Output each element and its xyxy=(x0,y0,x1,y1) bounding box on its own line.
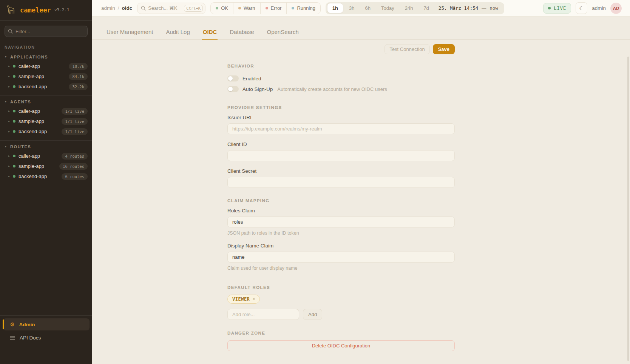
breadcrumb-parent[interactable]: admin xyxy=(101,5,115,11)
sidebar-item-api-docs[interactable]: API Docs xyxy=(3,332,90,343)
toggle-knob xyxy=(228,87,233,91)
sidebar-item-app-sample[interactable]: ▸ sample-app 84.1k xyxy=(0,71,92,81)
live-badge: 1/1 live xyxy=(62,128,88,135)
auto-signup-toggle[interactable] xyxy=(227,86,239,92)
time-range-6h[interactable]: 6h xyxy=(360,3,375,13)
search-icon xyxy=(8,29,13,34)
tab-database[interactable]: Database xyxy=(229,25,255,40)
routes-badge: 6 routes xyxy=(62,173,88,180)
status-filter-running[interactable]: Running xyxy=(286,3,320,14)
delete-oidc-button[interactable]: Delete OIDC Configuration xyxy=(227,340,455,351)
count-badge: 32.2k xyxy=(69,83,88,90)
nav-section-agents[interactable]: ▾ AGENTS xyxy=(0,97,92,106)
time-range-today[interactable]: Today xyxy=(376,3,399,13)
time-separator: — xyxy=(482,6,486,11)
time-range-display: 25. März 14:54 — now xyxy=(435,5,503,11)
time-range-7d[interactable]: 7d xyxy=(418,3,434,13)
breadcrumb: admin / oidc xyxy=(101,5,132,11)
sidebar-item-agent-sample[interactable]: ▸ sample-app 1/1 live xyxy=(0,116,92,126)
time-to: now xyxy=(489,5,498,11)
error-dot-icon xyxy=(266,7,268,9)
sidebar-nav: ▾ APPLICATIONS ▸ caller-app 10.7k ▸ samp… xyxy=(0,52,92,315)
chevron-down-icon: ▾ xyxy=(5,55,6,58)
filter-input[interactable] xyxy=(5,26,88,37)
live-dot-icon xyxy=(548,7,551,9)
health-dot-icon xyxy=(13,120,15,123)
health-dot-icon xyxy=(13,85,15,88)
chevron-right-icon: ▸ xyxy=(8,155,10,158)
breadcrumb-current: oidc xyxy=(122,5,132,11)
roles-claim-input[interactable] xyxy=(227,217,455,227)
sidebar-item-route-backend[interactable]: ▸ backend-app 6 routes xyxy=(0,171,92,181)
status-filter-ok[interactable]: OK xyxy=(211,3,233,14)
sidebar-item-route-sample[interactable]: ▸ sample-app 16 routes xyxy=(0,161,92,171)
field-issuer-uri: Issuer URI xyxy=(227,115,455,134)
tab-user-management[interactable]: User Management xyxy=(106,25,154,40)
time-range-24h[interactable]: 24h xyxy=(400,3,418,13)
auto-signup-hint: Automatically create accounts for new OI… xyxy=(277,86,387,92)
logo: cameleer v3.2.1 xyxy=(0,0,92,21)
remove-role-icon[interactable]: × xyxy=(252,296,255,302)
sidebar-footer: ⚙ Admin API Docs xyxy=(0,315,92,364)
add-role-row: Add xyxy=(227,309,455,320)
sidebar-item-route-caller[interactable]: ▸ caller-app 4 routes xyxy=(0,151,92,161)
chevron-right-icon: ▸ xyxy=(8,175,10,178)
tab-oidc[interactable]: OIDC xyxy=(202,25,218,40)
sidebar-item-agent-backend[interactable]: ▸ backend-app 1/1 live xyxy=(0,126,92,137)
chevron-right-icon: ▸ xyxy=(8,120,10,123)
warn-dot-icon xyxy=(238,7,241,9)
health-dot-icon xyxy=(13,175,15,178)
camel-logo-icon xyxy=(5,5,17,15)
scrollbar[interactable] xyxy=(627,57,629,361)
time-range-group: 1h 3h 6h Today 24h 7d 25. März 14:54 — n… xyxy=(326,2,504,14)
shortcut-badge: Ctrl+K xyxy=(184,5,203,12)
client-id-input[interactable] xyxy=(227,150,455,161)
divider xyxy=(0,140,92,141)
search-icon xyxy=(141,6,146,11)
enabled-toggle[interactable] xyxy=(227,75,239,81)
avatar[interactable]: AD xyxy=(610,3,622,14)
section-title-claims: CLAIM MAPPING xyxy=(227,198,455,203)
field-display-name-claim: Display Name Claim Claim used for user d… xyxy=(227,243,455,271)
issuer-uri-input[interactable] xyxy=(227,123,455,134)
sidebar-item-agent-caller[interactable]: ▸ caller-app 1/1 live xyxy=(0,106,92,116)
moon-icon: ☾ xyxy=(579,5,584,11)
chevron-right-icon: ▸ xyxy=(8,165,10,168)
time-range-1h[interactable]: 1h xyxy=(327,3,343,13)
tab-opensearch[interactable]: OpenSearch xyxy=(266,25,300,40)
live-toggle[interactable]: LIVE xyxy=(543,3,571,14)
routes-badge: 16 routes xyxy=(59,163,88,170)
sidebar: cameleer v3.2.1 NAVIGATION ▾ APPLICATION… xyxy=(0,0,92,364)
theme-toggle-button[interactable]: ☾ xyxy=(576,2,587,14)
main-area: admin / oidc Ctrl+K OK Warn Error xyxy=(92,0,630,364)
save-button[interactable]: Save xyxy=(433,44,455,54)
chevron-right-icon: ▸ xyxy=(8,75,10,78)
toggle-knob xyxy=(228,76,233,81)
chevron-right-icon: ▸ xyxy=(8,85,10,88)
nav-section-applications[interactable]: ▾ APPLICATIONS xyxy=(0,52,92,61)
routes-badge: 4 routes xyxy=(62,153,88,160)
status-filter-group: OK Warn Error Running xyxy=(210,2,321,14)
tab-audit-log[interactable]: Audit Log xyxy=(165,25,190,40)
global-search[interactable]: Ctrl+K xyxy=(137,3,205,14)
display-name-claim-input[interactable] xyxy=(227,252,455,263)
nav-section-routes[interactable]: ▾ ROUTES xyxy=(0,141,92,151)
status-filter-error[interactable]: Error xyxy=(260,3,287,14)
sidebar-item-app-caller[interactable]: ▸ caller-app 10.7k xyxy=(0,61,92,71)
time-range-3h[interactable]: 3h xyxy=(344,3,359,13)
search-input[interactable] xyxy=(148,5,182,11)
tab-bar: User Management Audit Log OIDC Database … xyxy=(92,25,630,40)
sidebar-item-admin[interactable]: ⚙ Admin xyxy=(3,318,90,330)
chevron-right-icon: ▸ xyxy=(8,110,10,113)
roles-claim-hint: JSON path to roles in the ID token xyxy=(227,230,455,236)
add-role-button[interactable]: Add xyxy=(303,309,322,320)
client-secret-input[interactable] xyxy=(227,177,455,188)
test-connection-button[interactable]: Test Connection xyxy=(384,44,429,54)
status-filter-warn[interactable]: Warn xyxy=(233,3,260,14)
field-roles-claim: Roles Claim JSON path to roles in the ID… xyxy=(227,208,455,236)
running-dot-icon xyxy=(292,7,294,9)
sidebar-item-app-backend[interactable]: ▸ backend-app 32.2k xyxy=(0,81,92,92)
chevron-right-icon: ▸ xyxy=(8,130,10,133)
add-role-input[interactable] xyxy=(227,309,299,320)
live-label: LIVE xyxy=(554,6,566,11)
